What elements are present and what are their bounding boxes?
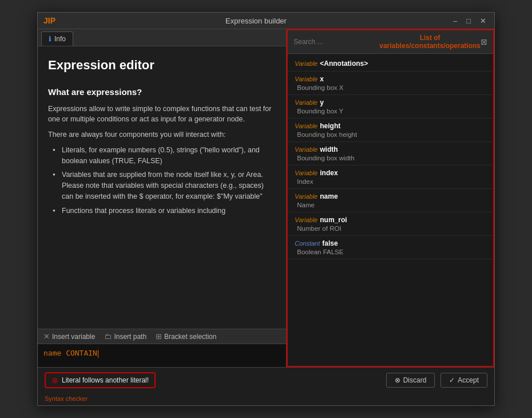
tab-bar: ℹ Info <box>38 29 286 46</box>
editor-para2: There are always four components you wil… <box>48 129 276 140</box>
variable-item-6[interactable]: Variable nameName <box>288 189 493 212</box>
insert-path-button[interactable]: 🗀 Insert path <box>104 332 146 341</box>
discard-icon: ⊗ <box>395 376 400 384</box>
var-desc-6: Name <box>295 202 486 208</box>
var-type-7: Variable <box>295 216 317 223</box>
var-name-6: name <box>320 192 338 200</box>
bracket-icon: ⊞ <box>156 332 162 341</box>
window-controls: – □ ✕ <box>451 17 489 25</box>
accept-label: Accept <box>458 376 479 384</box>
variable-item-5[interactable]: Variable indexIndex <box>288 165 493 189</box>
window-title: Expression builder <box>61 17 451 25</box>
variable-item-4[interactable]: Variable widthBounding box width <box>288 142 493 165</box>
editor-title: Expression editor <box>48 56 276 74</box>
var-type-4: Variable <box>295 146 317 153</box>
left-panel: ℹ Info Expression editor What are expres… <box>38 29 287 367</box>
var-desc-1: Bounding box X <box>295 84 486 91</box>
close-button[interactable]: ✕ <box>478 17 489 25</box>
search-input[interactable] <box>293 38 379 46</box>
var-type-5: Variable <box>295 169 317 176</box>
variable-item-8[interactable]: Constant falseBoolean FALSE <box>288 236 493 259</box>
clear-search-button[interactable]: ⊠ <box>481 37 487 46</box>
cursor <box>98 350 98 358</box>
var-type-6: Variable <box>295 193 317 200</box>
bullet-3: Functions that process literals or varia… <box>53 206 276 216</box>
bullet-2: Variables that are supplied from the nod… <box>53 169 276 202</box>
var-type-0: Variable <box>295 60 317 67</box>
maximize-button[interactable]: □ <box>464 17 473 25</box>
var-desc-2: Bounding box Y <box>295 108 486 115</box>
var-type-8: Constant <box>295 240 320 247</box>
right-panel-header: List of variables/constants/operations ⊠ <box>288 30 493 54</box>
variable-item-1[interactable]: Variable xBounding box X <box>288 72 493 95</box>
var-name-4: width <box>320 145 338 153</box>
error-badge: ⊗ Literal follows another literal! <box>45 372 156 388</box>
bracket-selection-label: Bracket selection <box>164 333 216 341</box>
editor-para1: Expressions allow to write simple to com… <box>48 104 276 125</box>
var-name-5: index <box>320 169 338 177</box>
toolbar: ✕ Insert variable 🗀 Insert path ⊞ Bracke… <box>38 329 286 344</box>
right-panel-title: List of variables/constants/operations <box>379 34 481 50</box>
var-desc-4: Bounding box width <box>295 155 486 161</box>
var-name-2: y <box>320 98 324 107</box>
titlebar: JIP Expression builder – □ ✕ <box>38 13 494 29</box>
expression-value: name CONTAIN <box>43 349 97 357</box>
discard-button[interactable]: ⊗ Discard <box>386 373 435 388</box>
error-icon: ⊗ <box>51 376 58 385</box>
var-desc-3: Bounding box height <box>295 131 486 138</box>
insert-variable-label: Insert variable <box>52 333 95 341</box>
insert-variable-button[interactable]: ✕ Insert variable <box>43 332 95 341</box>
insert-variable-icon: ✕ <box>43 332 50 341</box>
main-window: JIP Expression builder – □ ✕ ℹ Info Expr… <box>37 12 495 406</box>
var-name-3: height <box>320 122 340 130</box>
var-desc-8: Boolean FALSE <box>295 249 486 255</box>
variable-item-2[interactable]: Variable yBounding box Y <box>288 95 493 119</box>
syntax-checker-label: Syntax checker <box>38 393 494 405</box>
accept-button[interactable]: ✓ Accept <box>440 373 487 388</box>
tab-info-label: Info <box>54 35 66 43</box>
variables-list: Variable <Annotations>Variable xBounding… <box>288 54 493 366</box>
info-icon: ℹ <box>49 35 51 43</box>
variable-item-0[interactable]: Variable <Annotations> <box>288 56 493 72</box>
expression-input[interactable]: name CONTAIN <box>38 344 286 367</box>
editor-area: Expression editor What are expressions? … <box>38 46 286 329</box>
insert-path-icon: 🗀 <box>104 332 112 341</box>
var-name-1: x <box>320 75 324 83</box>
app-logo: JIP <box>43 16 55 25</box>
var-type-3: Variable <box>295 123 317 129</box>
section-heading: What are expressions? <box>48 86 276 99</box>
insert-path-label: Insert path <box>114 333 146 341</box>
var-name-8: false <box>322 239 338 247</box>
bottom-bar: ⊗ Literal follows another literal! ⊗ Dis… <box>38 367 494 393</box>
right-panel: List of variables/constants/operations ⊠… <box>287 29 494 367</box>
discard-label: Discard <box>403 376 427 384</box>
var-name-0: <Annotations> <box>320 60 368 68</box>
var-type-2: Variable <box>295 99 317 106</box>
var-type-1: Variable <box>295 76 317 82</box>
accept-icon: ✓ <box>449 376 455 384</box>
bullet-1: Literals, for example numbers (0.5), str… <box>53 145 276 167</box>
variable-item-7[interactable]: Variable num_roiNumber of ROI <box>288 212 493 236</box>
var-desc-7: Number of ROI <box>295 225 486 232</box>
main-content: ℹ Info Expression editor What are expres… <box>38 29 494 367</box>
variable-item-3[interactable]: Variable heightBounding box height <box>288 119 493 142</box>
bullets-list: Literals, for example numbers (0.5), str… <box>48 145 276 216</box>
var-desc-5: Index <box>295 178 486 185</box>
var-name-7: num_roi <box>320 216 347 224</box>
minimize-button[interactable]: – <box>451 17 459 25</box>
tab-info[interactable]: ℹ Info <box>41 31 73 46</box>
bracket-selection-button[interactable]: ⊞ Bracket selection <box>156 332 216 341</box>
action-buttons: ⊗ Discard ✓ Accept <box>386 373 487 388</box>
error-message: Literal follows another literal! <box>62 376 149 384</box>
